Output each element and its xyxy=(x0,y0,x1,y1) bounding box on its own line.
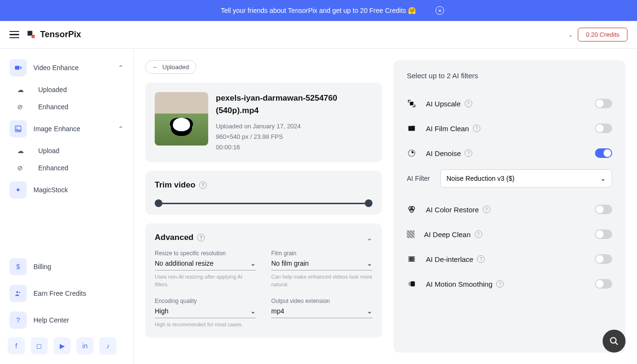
denoise-select-label: AI Filter xyxy=(407,175,433,182)
search-fab[interactable] xyxy=(603,330,626,353)
help-icon[interactable]: ? xyxy=(473,125,480,132)
video-info-card: pexels-iyan-darmawan-5254760 (540p).mp4 … xyxy=(145,83,382,162)
trim-handle-start[interactable] xyxy=(155,199,162,207)
help-icon[interactable]: ? xyxy=(483,206,490,213)
chevron-down-icon[interactable]: ⌄ xyxy=(568,31,573,38)
svg-rect-15 xyxy=(409,282,410,286)
svg-point-5 xyxy=(16,291,18,293)
trim-title: Trim video xyxy=(155,180,195,190)
grain-hint: Can help make enhanced videos look more … xyxy=(271,273,372,288)
upscale-toggle[interactable] xyxy=(595,99,612,108)
svg-point-17 xyxy=(611,338,616,343)
logo-icon xyxy=(27,30,36,40)
encoding-hint: High is recommended for most cases. xyxy=(155,321,256,328)
filter-deinterlace: AI De-interlace? xyxy=(407,247,612,271)
resize-label: Resize to specific resolution xyxy=(155,250,256,257)
facebook-icon[interactable]: f xyxy=(8,337,25,354)
tiktok-icon[interactable]: ♪ xyxy=(99,337,117,354)
svg-rect-8 xyxy=(408,126,415,131)
sidebar: Video Enhance ⌃ ☁ Uploaded ⊘ Enhanced Im… xyxy=(0,49,134,364)
grain-select[interactable]: No film grain⌄ xyxy=(271,258,372,270)
sidebar-subitem-upload[interactable]: ☁ Upload xyxy=(6,142,127,159)
chevron-down-icon: ⌄ xyxy=(600,175,606,182)
chevron-down-icon: ⌄ xyxy=(367,307,372,315)
instagram-icon[interactable]: ◻ xyxy=(31,337,48,354)
sidebar-item-help[interactable]: ? Help Center xyxy=(6,307,127,333)
help-icon[interactable]: ? xyxy=(199,181,207,189)
sidebar-label: Video Enhance xyxy=(33,64,79,72)
filter-deepclean: AI Deep Clean? xyxy=(407,222,612,247)
sidebar-subitem-uploaded[interactable]: ☁ Uploaded xyxy=(6,81,127,98)
filter-filmclean: AI Film Clean? xyxy=(407,116,612,141)
help-icon[interactable]: ? xyxy=(465,149,472,157)
brand-logo[interactable]: TensorPix xyxy=(27,30,81,40)
sidebar-subitem-enhanced[interactable]: ⊘ Enhanced xyxy=(6,98,127,115)
help-icon: ? xyxy=(10,312,27,329)
resize-select[interactable]: No additional resize⌄ xyxy=(155,258,256,270)
filter-upscale: AI Upscale? xyxy=(407,91,612,116)
chevron-down-icon[interactable]: ⌄ xyxy=(366,233,372,242)
svg-rect-10 xyxy=(411,125,412,126)
arrow-left-icon: ← xyxy=(152,63,159,71)
denoise-toggle[interactable] xyxy=(595,148,612,158)
sidebar-item-video-enhance[interactable]: Video Enhance ⌃ xyxy=(6,54,127,81)
video-duration: 00:00:16 xyxy=(216,142,372,153)
deinterlace-toggle[interactable] xyxy=(595,254,612,264)
deepclean-toggle[interactable] xyxy=(595,229,612,239)
youtube-icon[interactable]: ▶ xyxy=(53,337,71,354)
resize-hint: Uses non-AI resizing after applying AI f… xyxy=(155,273,256,288)
dollar-icon: $ xyxy=(10,258,27,275)
extension-select[interactable]: mp4⌄ xyxy=(271,305,372,318)
filmclean-toggle[interactable] xyxy=(595,124,612,133)
cloud-upload-icon: ☁ xyxy=(17,147,27,155)
hamburger-menu[interactable] xyxy=(10,31,19,39)
deepclean-icon xyxy=(407,230,414,238)
svg-rect-9 xyxy=(409,125,410,126)
denoise-icon xyxy=(407,148,416,158)
sidebar-item-magicstock[interactable]: ✦ MagicStock xyxy=(6,177,127,203)
help-icon[interactable]: ? xyxy=(475,230,482,238)
filter-denoise: AI Denoise? xyxy=(407,141,612,166)
motion-toggle[interactable] xyxy=(595,279,612,289)
svg-point-6 xyxy=(19,292,20,293)
sidebar-item-image-enhance[interactable]: Image Enhance ⌃ xyxy=(6,115,127,142)
back-button[interactable]: ← Uploaded xyxy=(145,60,196,74)
svg-point-4 xyxy=(16,127,17,128)
help-icon[interactable]: ? xyxy=(465,100,472,107)
image-icon xyxy=(10,120,27,137)
video-filename: pexels-iyan-darmawan-5254760 (540p).mp4 xyxy=(216,92,372,116)
banner-text: Tell your friends about TensorPix and ge… xyxy=(221,7,416,14)
video-dimensions: 960×540 px / 23.98 FPS xyxy=(216,132,372,142)
cloud-icon: ☁ xyxy=(17,86,27,94)
chevron-down-icon: ⌄ xyxy=(250,307,256,315)
credits-button[interactable]: 0.20 Credits xyxy=(578,28,627,42)
trim-handle-end[interactable] xyxy=(365,199,372,207)
sidebar-item-earn[interactable]: Earn Free Credits xyxy=(6,280,127,307)
wand-icon: ✦ xyxy=(10,181,27,198)
color-icon xyxy=(407,205,416,214)
check-circle-icon: ⊘ xyxy=(17,164,27,172)
help-icon[interactable]: ? xyxy=(477,255,485,263)
chevron-down-icon: ⌄ xyxy=(367,260,372,267)
motion-icon xyxy=(407,279,416,289)
close-icon[interactable]: ✕ xyxy=(435,6,444,15)
users-icon xyxy=(10,285,27,302)
denoise-filter-select[interactable]: Noise Reduction v3 ($) ⌄ xyxy=(440,169,612,187)
app-header: TensorPix ⌄ 0.20 Credits xyxy=(0,21,637,49)
svg-rect-14 xyxy=(411,281,415,287)
svg-rect-7 xyxy=(410,102,413,105)
advanced-title: Advanced xyxy=(155,233,193,242)
sidebar-item-billing[interactable]: $ Billing xyxy=(6,253,127,280)
encoding-select[interactable]: High⌄ xyxy=(155,305,256,318)
svg-rect-16 xyxy=(408,283,409,285)
linkedin-icon[interactable]: in xyxy=(76,337,94,354)
trim-slider[interactable] xyxy=(155,201,372,205)
help-icon[interactable]: ? xyxy=(496,280,504,288)
sidebar-subitem-image-enhanced[interactable]: ⊘ Enhanced xyxy=(6,159,127,177)
video-thumbnail xyxy=(155,92,208,146)
colorrestore-toggle[interactable] xyxy=(595,205,612,214)
trim-card: Trim video ? xyxy=(145,171,382,215)
video-icon xyxy=(10,59,27,76)
chevron-up-icon: ⌃ xyxy=(118,64,124,72)
help-icon[interactable]: ? xyxy=(197,234,205,241)
